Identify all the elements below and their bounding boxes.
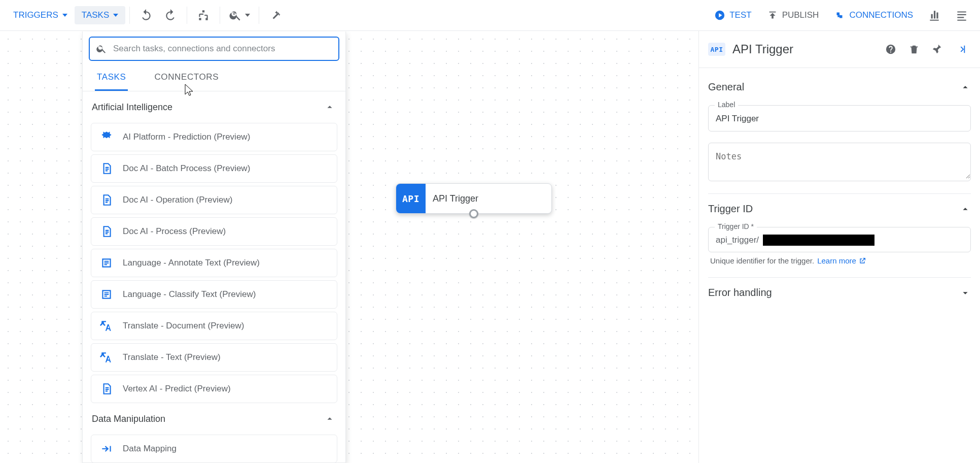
redo-button[interactable] xyxy=(158,3,183,27)
pin-button[interactable] xyxy=(927,39,948,59)
document-icon xyxy=(99,225,114,238)
search-box[interactable] xyxy=(89,37,339,61)
tasks-panel-tabs: TASKS CONNECTORS xyxy=(83,65,345,91)
task-item-ai-platform-prediction[interactable]: AI Platform - Prediction (Preview) xyxy=(91,123,337,151)
tasks-panel: TASKS CONNECTORS Artificial Intelligence… xyxy=(82,31,346,463)
task-label: Data Mapping xyxy=(123,444,177,454)
task-item-vertex-predict[interactable]: Vertex AI - Predict (Preview) xyxy=(91,375,337,403)
section-title: Error handling xyxy=(708,287,772,299)
collapse-panel-button[interactable] xyxy=(951,39,971,59)
chevron-up-icon xyxy=(960,82,971,93)
wand-icon xyxy=(269,9,282,22)
chevron-up-icon xyxy=(324,102,335,113)
learn-more-link[interactable]: Learn more xyxy=(817,256,866,265)
notes-field[interactable] xyxy=(708,143,971,181)
task-label: AI Platform - Prediction (Preview) xyxy=(123,132,250,142)
details-panel: API API Trigger General Label xyxy=(698,31,980,463)
triggerid-value-redacted xyxy=(763,235,874,246)
publish-button[interactable]: PUBLISH xyxy=(761,6,825,25)
chevron-down-icon xyxy=(62,14,67,17)
chart-icon xyxy=(928,9,941,22)
tab-tasks[interactable]: TASKS xyxy=(95,65,128,91)
triggerid-legend: Trigger ID * xyxy=(715,222,757,230)
pin-icon xyxy=(932,44,943,55)
task-item-translate-text[interactable]: Translate - Text (Preview) xyxy=(91,343,337,372)
task-item-doc-ai-batch[interactable]: Doc AI - Batch Process (Preview) xyxy=(91,154,337,183)
chevron-down-icon xyxy=(960,287,971,299)
task-item-doc-ai-operation[interactable]: Doc AI - Operation (Preview) xyxy=(91,186,337,214)
redo-icon xyxy=(164,9,177,22)
api-trigger-node[interactable]: API API Trigger xyxy=(396,183,552,214)
api-badge: API xyxy=(396,184,426,213)
document-icon xyxy=(99,382,114,395)
help-icon xyxy=(885,44,896,55)
task-label: Doc AI - Process (Preview) xyxy=(123,226,226,237)
triggers-dropdown[interactable]: TRIGGERS xyxy=(6,6,75,24)
magic-button[interactable] xyxy=(263,3,288,27)
connections-label: CONNECTIONS xyxy=(849,10,913,20)
connections-button[interactable]: CONNECTIONS xyxy=(828,6,919,25)
tasks-panel-scroll[interactable]: Artificial Intelligence AI Platform - Pr… xyxy=(83,91,345,462)
notes-textarea[interactable] xyxy=(709,143,970,179)
section-title: General xyxy=(708,81,744,93)
tab-connectors[interactable]: CONNECTORS xyxy=(152,65,221,91)
publish-icon xyxy=(767,10,778,21)
delete-button[interactable] xyxy=(904,39,924,59)
publish-label: PUBLISH xyxy=(782,10,819,20)
undo-button[interactable] xyxy=(134,3,158,27)
tasks-dropdown[interactable]: TASKS xyxy=(75,6,125,24)
task-item-translate-document[interactable]: Translate - Document (Preview) xyxy=(91,312,337,340)
label-input[interactable] xyxy=(709,106,970,131)
helper-text: Unique identifier for the trigger. xyxy=(710,256,814,265)
list-icon xyxy=(955,9,968,22)
group-header-ai[interactable]: Artificial Intelligence xyxy=(89,94,339,120)
analytics-button[interactable] xyxy=(922,3,947,27)
details-title: API Trigger xyxy=(732,42,873,56)
task-item-doc-ai-process[interactable]: Doc AI - Process (Preview) xyxy=(91,217,337,246)
language-icon xyxy=(99,256,114,270)
section-triggerid-header[interactable]: Trigger ID xyxy=(708,194,971,220)
node-title: API Trigger xyxy=(426,184,478,213)
document-icon xyxy=(99,193,114,207)
document-icon xyxy=(99,162,114,175)
auto-layout-button[interactable] xyxy=(191,3,216,27)
task-item-language-annotate[interactable]: Language - Annotate Text (Preview) xyxy=(91,249,337,277)
triggerid-helper: Unique identifier for the trigger. Learn… xyxy=(710,256,971,265)
task-item-language-classify[interactable]: Language - Classify Text (Preview) xyxy=(91,280,337,309)
triggerid-field[interactable]: Trigger ID * api_trigger/ xyxy=(708,227,971,252)
task-item-data-mapping[interactable]: Data Mapping xyxy=(91,435,337,462)
group-title: Data Manipulation xyxy=(92,414,165,424)
section-error-handling-header[interactable]: Error handling xyxy=(708,278,971,304)
learn-more-label: Learn more xyxy=(817,256,856,265)
test-label: TEST xyxy=(729,10,751,20)
platform-icon xyxy=(99,130,114,144)
mapping-icon xyxy=(99,442,114,455)
translate-icon xyxy=(99,319,114,333)
section-title: Trigger ID xyxy=(708,203,753,215)
zoom-dropdown[interactable] xyxy=(224,3,255,27)
sitemap-icon xyxy=(197,9,210,22)
help-button[interactable] xyxy=(881,39,901,59)
task-label: Translate - Text (Preview) xyxy=(123,352,221,362)
top-toolbar: TRIGGERS TASKS TEST PUBLISH CONNE xyxy=(0,0,980,31)
logs-button[interactable] xyxy=(950,3,974,27)
group-header-data-manipulation[interactable]: Data Manipulation xyxy=(89,406,339,432)
chevron-up-icon xyxy=(960,204,971,215)
details-body: General Label Trigger ID Trigger ID * ap… xyxy=(699,68,980,463)
external-link-icon xyxy=(858,257,866,265)
language-icon xyxy=(99,288,114,301)
play-circle-icon xyxy=(714,10,725,21)
api-badge: API xyxy=(708,43,725,56)
collapse-right-icon xyxy=(955,44,966,55)
chevron-up-icon xyxy=(324,413,335,424)
search-input[interactable] xyxy=(112,43,332,54)
node-output-port[interactable] xyxy=(469,209,478,218)
label-field[interactable]: Label xyxy=(708,105,971,131)
toolbar-separator xyxy=(187,7,187,24)
toolbar-separator xyxy=(129,7,130,24)
task-label: Doc AI - Batch Process (Preview) xyxy=(123,163,250,174)
test-button[interactable]: TEST xyxy=(708,6,757,25)
section-general-header[interactable]: General xyxy=(708,72,971,98)
task-label: Translate - Document (Preview) xyxy=(123,321,244,331)
details-header-actions xyxy=(881,39,971,59)
